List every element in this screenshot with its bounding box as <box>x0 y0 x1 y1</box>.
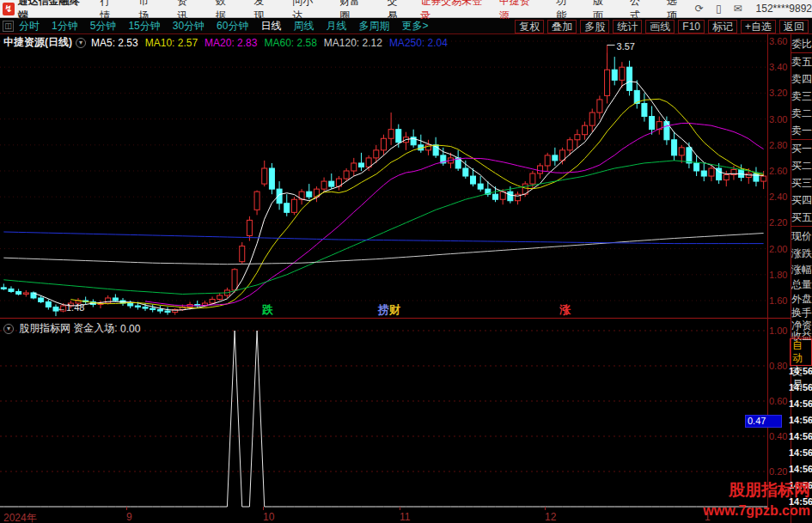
date-label-10: 10 <box>263 511 274 523</box>
quote-label-涨跌[interactable]: 涨跌 <box>791 246 812 261</box>
period-tab-5分钟[interactable]: 5分钟 <box>90 19 117 33</box>
refresh-icon[interactable]: ⟳ <box>695 3 704 15</box>
date-tick <box>545 507 546 510</box>
quote-label-涨幅[interactable]: 涨幅 <box>791 263 812 277</box>
period-tab-日线[interactable]: 日线 <box>260 19 281 33</box>
quote-separator <box>791 226 812 227</box>
price-tick-1.60: 1.60 <box>769 295 791 306</box>
period-tab-60分钟[interactable]: 60分钟 <box>217 19 248 33</box>
price-tick-3.60: 3.60 <box>769 36 791 46</box>
period-tab-分时[interactable]: 分时 <box>19 19 40 33</box>
quote-label-总量[interactable]: 总量 <box>791 277 812 292</box>
tool-button-统计[interactable]: 统计 <box>613 20 642 33</box>
quote-label-委比[interactable]: 委比 <box>791 37 812 52</box>
account-number[interactable]: 152****9892 <box>756 3 812 15</box>
ma-label-MA20: MA20: 2.83 <box>205 37 257 49</box>
indicator-chart[interactable] <box>0 319 767 509</box>
tool-button-+自选[interactable]: +自选 <box>741 20 776 33</box>
tdx-logo-icon: ↯ <box>3 3 15 15</box>
period-tab-周线[interactable]: 周线 <box>293 19 314 33</box>
ma-label-MA5: MA5: 2.53 <box>91 37 138 49</box>
axis-divider <box>767 34 768 508</box>
quote-label-卖四[interactable]: 卖四 <box>791 72 812 87</box>
mail-icon[interactable]: ✉ <box>734 3 742 15</box>
date-label-12: 12 <box>545 511 556 523</box>
chart-title[interactable]: 中捷资源(日线) <box>3 35 72 50</box>
period-tab-15分钟[interactable]: 15分钟 <box>128 19 160 33</box>
date-tick <box>126 507 127 510</box>
auto-trade-button[interactable]: 自动 交易 <box>790 338 812 366</box>
indicator-value-tag: 0.47 <box>745 415 782 428</box>
quote-separator <box>791 52 812 53</box>
price-tick-1.80: 1.80 <box>769 270 791 280</box>
auto-trade-line1: 自动 <box>792 339 811 365</box>
tick-time: 14:56 <box>789 431 812 441</box>
watermark-site-name: 股朋指标网 <box>729 479 810 502</box>
period-tabs: 分时1分钟5分钟15分钟30分钟60分钟日线周线月线多周期更多> <box>19 19 428 33</box>
quote-label-买四[interactable]: 买四 <box>791 193 812 208</box>
price-tick-3.20: 3.20 <box>769 88 791 98</box>
quote-label-卖二[interactable]: 卖二 <box>791 106 812 121</box>
date-tick <box>400 507 400 510</box>
quote-label-买三[interactable]: 买三 <box>791 176 812 191</box>
date-label-11: 11 <box>400 511 410 523</box>
price-tick-2.20: 2.20 <box>769 217 791 228</box>
quote-label-外盘[interactable]: 外盘 <box>791 292 812 307</box>
tool-button-叠加[interactable]: 叠加 <box>547 20 577 33</box>
indicator-name[interactable]: 资金入场: <box>73 321 117 336</box>
chevron-down-icon[interactable]: ▾ <box>76 38 86 48</box>
ma-label-MA10: MA10: 2.57 <box>145 37 198 49</box>
tick-time: 14:56 <box>789 464 812 474</box>
price-tick-2.40: 2.40 <box>769 192 791 202</box>
signal-char: 捞 <box>378 303 389 316</box>
price-tick-2.00: 2.00 <box>769 244 791 254</box>
quote-label-买二[interactable]: 买二 <box>791 159 812 173</box>
price-tick-2.60: 2.60 <box>769 166 791 176</box>
price-tick-3.00: 3.00 <box>769 114 791 125</box>
tool-button-F10[interactable]: F10 <box>678 20 705 33</box>
tool-button-标记[interactable]: 标记 <box>708 20 737 33</box>
signal-char: 涨 <box>559 303 571 316</box>
period-tab-1分钟[interactable]: 1分钟 <box>52 19 78 33</box>
tick-time: 14:56 <box>789 447 812 458</box>
indicator-source: 股朋指标网 <box>19 321 70 336</box>
quote-label-买一[interactable]: 买一 <box>791 142 812 156</box>
date-label-2024年: 2024年 <box>3 511 37 523</box>
signal-marker-2: 涨 <box>559 302 571 318</box>
date-tick <box>263 507 264 510</box>
svg-text:←1.48: ←1.48 <box>57 302 84 313</box>
tool-button-画线[interactable]: 画线 <box>645 20 675 33</box>
period-tab-更多>[interactable]: 更多> <box>401 19 428 33</box>
quote-label-卖三[interactable]: 卖三 <box>791 89 812 104</box>
tool-button-返回[interactable]: 返回 <box>779 20 809 33</box>
tick-time: 14:56 <box>789 398 812 409</box>
date-label-9: 9 <box>126 511 132 523</box>
period-tab-月线[interactable]: 月线 <box>326 19 346 33</box>
tdx-terminal-window: ↯ 通达信金融终端 行情市场资讯数据发现问小达财富圈交易 证券交易未登录 中捷资… <box>0 0 812 523</box>
quote-label-现价[interactable]: 现价 <box>791 229 812 244</box>
tool-button-复权[interactable]: 复权 <box>515 20 544 33</box>
watermark-url: www.7gpzb.com <box>703 503 810 519</box>
ma-label-MA120: MA120: 2.12 <box>324 37 382 49</box>
mobile-icon[interactable]: ▯ <box>716 3 722 15</box>
indicator-value: 0.00 <box>120 323 140 335</box>
period-tab-多周期[interactable]: 多周期 <box>358 19 389 33</box>
signal-char: 财 <box>389 303 400 316</box>
quote-label-买五[interactable]: 买五 <box>791 210 812 225</box>
tool-button-多股[interactable]: 多股 <box>580 20 609 33</box>
signal-marker-1: 捞财 <box>378 302 400 318</box>
indicator-header: ▾ 股朋指标网 资金入场: 0.00 <box>3 321 140 336</box>
window-split-icon[interactable]: ◫ <box>3 21 14 32</box>
signal-marker-0: 跌 <box>262 302 273 318</box>
quote-label-卖五[interactable]: 卖五 <box>791 55 812 70</box>
chart-header: 中捷资源(日线) ▾ MA5: 2.53MA10: 2.57MA20: 2.83… <box>3 36 455 49</box>
tick-time: 14:56 <box>789 415 812 425</box>
quote-separator <box>791 139 812 140</box>
tick-time: 14:56 <box>789 382 812 392</box>
top-menu-bar: ↯ 通达信金融终端 行情市场资讯数据发现问小达财富圈交易 证券交易未登录 中捷资… <box>0 0 812 18</box>
chevron-down-icon[interactable]: ▾ <box>3 324 14 334</box>
period-tab-30分钟[interactable]: 30分钟 <box>173 19 205 33</box>
signal-char: 跌 <box>262 303 273 316</box>
quote-label-卖一[interactable]: 卖一 <box>791 124 812 138</box>
candlestick-chart[interactable]: 3.57←1.48 <box>0 34 767 319</box>
